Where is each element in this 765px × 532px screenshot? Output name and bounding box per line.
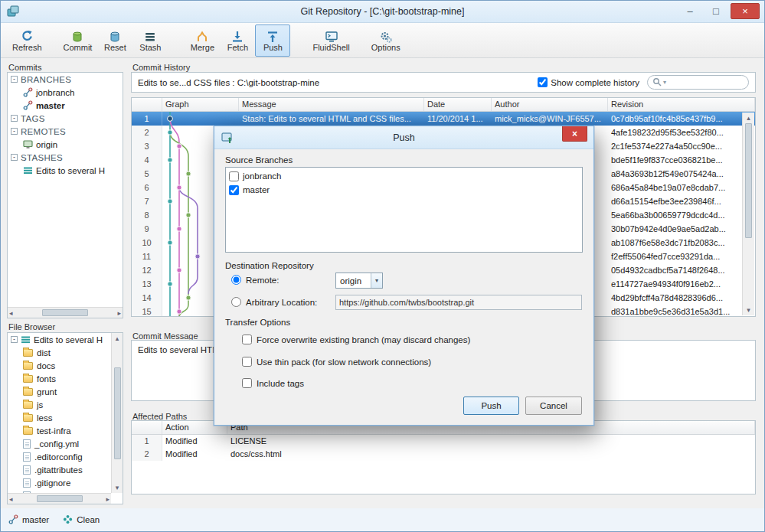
affected-path-row[interactable]: 1 Modified LICENSE [132,435,755,448]
commits-panel-title: Commits [8,63,41,72]
arbitrary-radio-row[interactable]: Arbitrary Location: [231,297,317,307]
toolbar-button-commit[interactable]: Commit [58,24,98,57]
arbitrary-location-input[interactable] [335,295,582,310]
scroll-left-arrow[interactable]: ◂ [9,309,13,317]
scroll-right-arrow[interactable]: ▸ [106,495,110,503]
toolbar-button-refresh[interactable]: Refresh [7,24,47,57]
collapse-icon[interactable]: - [11,76,18,83]
remote-select[interactable]: origin ▾ [335,273,383,289]
folder-item[interactable]: test-infra [8,424,123,437]
column-header-date[interactable]: Date [424,98,492,111]
vertical-scrollbar[interactable]: ▴ ▾ [742,113,754,315]
column-header-graph[interactable]: Graph [162,98,239,111]
branch-checkbox[interactable] [229,171,239,181]
folder-label: test-infra [37,426,71,436]
affected-paths-table: Action Path 1 Modified LICENSE 2 Modifie… [131,420,756,494]
collapse-icon[interactable]: - [11,128,18,135]
folder-label: grunt [37,387,57,397]
chevron-down-icon: ▾ [371,273,382,288]
collapse-icon[interactable]: - [11,115,18,122]
folder-item[interactable]: js [8,398,123,411]
file-item[interactable]: _config.yml [8,437,123,450]
scrollbar-thumb[interactable] [37,495,83,502]
dialog-close-button[interactable]: × [562,126,587,142]
chevron-down-icon[interactable]: ▾ [663,79,666,86]
tree-item-stash[interactable]: Edits to several H [8,164,123,177]
tree-item-jonbranch[interactable]: jonbranch [8,86,123,99]
maximize-button[interactable]: □ [705,3,727,19]
show-complete-history[interactable]: Show complete history [538,77,639,87]
tree-item-master[interactable]: master [8,99,123,112]
current-branch[interactable]: master [8,514,49,526]
force-overwrite-checkbox[interactable] [242,335,252,344]
close-button[interactable]: × [731,3,760,19]
arbitrary-location-radio[interactable] [231,297,241,307]
folder-icon [23,362,33,370]
toolbar-button-merge[interactable]: Merge [185,24,220,57]
branch-option-jonbranch[interactable]: jonbranch [227,169,580,183]
tree-group-remotes[interactable]: - REMOTES [8,125,123,138]
toolbar-button-fluidshell[interactable]: FluidShell [307,24,355,57]
horizontal-scrollbar[interactable]: ◂ ▸ [8,307,123,318]
file-item[interactable]: .editorconfig [8,450,123,463]
toolbar-button-stash[interactable]: Stash [132,24,168,57]
scrollbar-thumb[interactable] [114,367,121,459]
thin-pack-option[interactable]: Use thin pack (for slow network connecti… [242,357,431,367]
branch-option-master[interactable]: master [227,183,580,197]
tree-item-origin[interactable]: origin [8,138,123,151]
history-search[interactable]: ▾ [647,75,749,90]
include-tags-option[interactable]: Include tags [242,378,304,388]
file-tree-root[interactable]: - Edits to several H [8,333,123,346]
scroll-left-arrow[interactable]: ◂ [9,495,13,503]
thin-pack-checkbox[interactable] [242,357,252,367]
toolbar-label: Merge [191,43,214,52]
folder-item[interactable]: grunt [8,385,123,398]
include-tags-checkbox[interactable] [242,378,252,388]
file-item[interactable]: .gitattributes [8,463,123,476]
tree-group-branches[interactable]: - BRANCHES [8,73,123,86]
toolbar-button-fetch[interactable]: Fetch [220,24,255,57]
remote-radio-row[interactable]: Remote: [231,275,279,285]
tree-group-tags[interactable]: - TAGS [8,112,123,125]
tree-group-stashes[interactable]: - STASHES [8,151,123,164]
show-complete-history-checkbox[interactable] [538,77,548,87]
file-item[interactable]: .gitignore [8,476,123,489]
scroll-up-arrow[interactable]: ▴ [116,335,119,342]
scroll-right-arrow[interactable]: ▸ [117,309,121,317]
folder-icon [23,427,33,435]
tree-group-label: BRANCHES [21,75,71,84]
repo-state-label: Clean [77,515,100,524]
vertical-scrollbar[interactable]: ▴ ▾ [111,333,123,493]
folder-item[interactable]: docs [8,359,123,372]
folder-item[interactable]: dist [8,346,123,359]
folder-item[interactable]: fonts [8,372,123,385]
scrollbar-thumb[interactable] [42,309,88,316]
column-header-num[interactable] [132,421,162,434]
column-header-revision[interactable]: Revision [608,98,755,111]
push-button[interactable]: Push [463,397,519,415]
toolbar-button-reset[interactable]: Reset [97,24,132,57]
commit-row[interactable]: 1 Stash: Edits to several HTML and CSS f… [132,112,755,126]
force-overwrite-option[interactable]: Force overwrite existing branch (may dis… [242,335,470,344]
scroll-down-arrow[interactable]: ▾ [116,484,119,491]
include-tags-label: Include tags [257,379,304,388]
search-input[interactable] [668,78,733,87]
scroll-down-arrow[interactable]: ▾ [747,306,750,314]
file-icon [23,439,31,449]
scroll-up-arrow[interactable]: ▴ [747,114,750,122]
cancel-button[interactable]: Cancel [525,397,582,415]
collapse-icon[interactable]: - [11,336,18,343]
column-header-message[interactable]: Message [239,98,424,111]
folder-item[interactable]: less [8,411,123,424]
affected-path-row[interactable]: 2 Modified docs/css.html [132,448,755,461]
column-header-num[interactable] [132,98,162,111]
horizontal-scrollbar[interactable]: ◂ ▸ [8,493,111,504]
toolbar-button-push[interactable]: Push [255,24,290,57]
minimize-button[interactable]: – [678,3,701,19]
branch-checkbox[interactable] [229,185,239,195]
collapse-icon[interactable]: - [11,154,18,161]
column-header-author[interactable]: Author [492,98,608,111]
scrollbar-thumb[interactable] [745,123,752,238]
remote-radio[interactable] [231,275,241,285]
toolbar-button-options[interactable]: Options [366,24,406,57]
